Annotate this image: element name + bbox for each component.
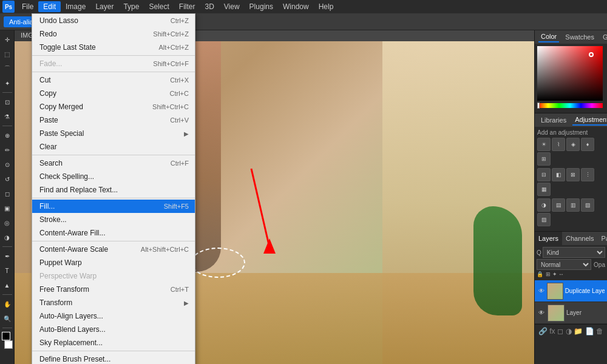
adj-invert[interactable]: ◑ [537, 198, 551, 212]
tab-color[interactable]: Color [538, 32, 559, 42]
menu-window[interactable]: Window [278, 1, 314, 12]
adj-selective-color[interactable]: ▨ [537, 213, 551, 226]
layer-link-button[interactable]: 🔗 [538, 327, 548, 335]
menu-item-undo-lasso[interactable]: Undo LassoCtrl+Z [32, 14, 195, 27]
layer-eye-base[interactable]: 👁 [537, 309, 546, 317]
menu-item-sky-replacement---[interactable]: Sky Replacement... [32, 336, 195, 349]
menu-item-label: Check Spelling... [39, 172, 94, 181]
menu-item-copy[interactable]: CopyCtrl+C [32, 87, 195, 100]
menu-item-define-brush-preset---[interactable]: Define Brush Preset... [32, 352, 195, 364]
adj-gradient-map[interactable]: ▧ [581, 198, 594, 212]
tab-gradients[interactable]: Gradients [600, 32, 607, 42]
adj-color-lookup[interactable]: ▦ [537, 183, 551, 196]
menu-item-content-aware-scale[interactable]: Content-Aware ScaleAlt+Shift+Ctrl+C [32, 243, 195, 256]
menu-item-free-transform[interactable]: Free TransformCtrl+T [32, 283, 195, 296]
menu-plugins[interactable]: Plugins [245, 1, 278, 12]
layer-fx-button[interactable]: fx [549, 327, 555, 335]
tool-history[interactable]: ↺ [1, 172, 14, 186]
tool-eyedropper[interactable]: ⚗ [1, 110, 14, 123]
layer-eye-duplicate[interactable]: 👁 [537, 287, 545, 295]
menu-select[interactable]: Select [144, 1, 174, 12]
layer-kind-select[interactable]: Kind [543, 247, 605, 258]
menu-item-shortcut: Ctrl+T [171, 286, 189, 293]
menu-layer[interactable]: Layer [90, 1, 118, 12]
foreground-color[interactable] [2, 332, 10, 340]
tool-lasso[interactable]: ⌒ [1, 62, 14, 75]
menu-item-toggle-last-state[interactable]: Toggle Last StateAlt+Ctrl+Z [32, 41, 195, 54]
layer-mask-button[interactable]: ◻ [557, 327, 563, 335]
menu-help[interactable]: Help [314, 1, 339, 12]
adj-vibrance[interactable]: ♦ [581, 138, 594, 151]
menu-item-redo[interactable]: RedoShift+Ctrl+Z [32, 27, 195, 41]
tab-libraries[interactable]: Libraries [538, 115, 569, 125]
menu-separator [32, 198, 195, 198]
tab-swatches[interactable]: Swatches [563, 32, 597, 42]
layer-duplicate[interactable]: 👁 Duplicate Layer [535, 280, 607, 302]
menu-item-puppet-warp[interactable]: Puppet Warp [32, 256, 195, 269]
adj-color-balance[interactable]: ⊟ [537, 168, 551, 181]
tool-gradient[interactable]: ▣ [1, 201, 14, 215]
menu-image[interactable]: Image [61, 1, 90, 12]
menu-filter[interactable]: Filter [174, 1, 200, 12]
layer-new-button[interactable]: 📄 [585, 327, 594, 335]
tab-paths[interactable]: Paths [598, 232, 607, 245]
tool-blur[interactable]: ◎ [1, 216, 14, 229]
tool-crop[interactable]: ⊡ [1, 95, 14, 109]
menu-edit[interactable]: Edit [38, 1, 61, 12]
adj-hsl[interactable]: ⊞ [537, 152, 551, 166]
color-hue-bar[interactable] [537, 103, 603, 108]
tab-channels[interactable]: Channels [562, 232, 597, 245]
tool-text[interactable]: T [1, 264, 14, 277]
menu-3d[interactable]: 3D [200, 1, 219, 12]
adj-bw[interactable]: ◧ [552, 168, 565, 181]
menu-item-stroke---[interactable]: Stroke... [32, 213, 195, 226]
tool-spot-heal[interactable]: ⊕ [1, 129, 14, 142]
menu-item-search[interactable]: SearchCtrl+F [32, 157, 195, 170]
adj-exposure[interactable]: ◈ [566, 138, 580, 151]
menu-item-paste-special[interactable]: Paste Special▶ [32, 127, 195, 140]
tool-marquee[interactable]: ⬚ [1, 47, 14, 61]
kind-label: Q [537, 249, 541, 256]
fg-bg-colors[interactable] [1, 332, 14, 349]
adj-brightness[interactable]: ☀ [537, 138, 551, 151]
adj-threshold[interactable]: ▥ [566, 198, 580, 212]
menu-item-content-aware-fill---[interactable]: Content-Aware Fill... [32, 226, 195, 240]
menu-item-paste[interactable]: PasteCtrl+V [32, 113, 195, 127]
menu-type[interactable]: Type [118, 1, 144, 12]
layer-adjustment-button[interactable]: ◑ [566, 327, 572, 335]
tool-brush[interactable]: ✏ [1, 143, 14, 157]
tool-dodge[interactable]: ◑ [1, 231, 14, 244]
layer-base[interactable]: 👁 Layer [535, 302, 607, 324]
menu-item-copy-merged[interactable]: Copy MergedShift+Ctrl+C [32, 100, 195, 113]
menu-item-fill---[interactable]: Fill...Shift+F5 [32, 200, 195, 213]
layer-mode-select[interactable]: Normal [537, 259, 591, 270]
tool-hand[interactable]: ✋ [1, 297, 14, 311]
color-gradient-picker[interactable] [537, 46, 603, 101]
layer-folder-button[interactable]: 📁 [574, 327, 583, 335]
menu-item-auto-align-layers---[interactable]: Auto-Align Layers... [32, 309, 195, 323]
adj-posterize[interactable]: ▤ [552, 198, 565, 212]
tool-zoom[interactable]: 🔍 [1, 312, 14, 325]
menu-item-check-spelling---[interactable]: Check Spelling... [32, 170, 195, 183]
tab-adjustments[interactable]: Adjustments [572, 115, 607, 126]
tool-clone[interactable]: ⊙ [1, 158, 14, 171]
menu-item-transform[interactable]: Transform▶ [32, 296, 195, 309]
layer-delete-button[interactable]: 🗑 [596, 327, 603, 335]
menu-item-auto-blend-layers---[interactable]: Auto-Blend Layers... [32, 323, 195, 336]
lock-label: 🔒 [537, 271, 543, 277]
background-color[interactable] [4, 340, 13, 349]
adj-channel-mixer[interactable]: ⋮ [581, 168, 594, 181]
adj-curves[interactable]: ⌇ [552, 138, 565, 151]
menu-item-find-and-replace-text---[interactable]: Find and Replace Text... [32, 183, 195, 197]
tool-pen[interactable]: ✒ [1, 249, 14, 263]
menu-item-clear[interactable]: Clear [32, 140, 195, 153]
menu-file[interactable]: File [17, 1, 38, 12]
menu-view[interactable]: View [219, 1, 245, 12]
tool-eraser[interactable]: ◻ [1, 187, 14, 200]
tool-magic-wand[interactable]: ✦ [1, 76, 14, 90]
tool-shape[interactable]: ▲ [1, 278, 14, 292]
tab-layers[interactable]: Layers [535, 232, 562, 245]
tool-move[interactable]: ✛ [1, 33, 14, 46]
menu-item-cut[interactable]: CutCtrl+X [32, 73, 195, 87]
adj-photo-filter[interactable]: ⊠ [566, 168, 580, 181]
